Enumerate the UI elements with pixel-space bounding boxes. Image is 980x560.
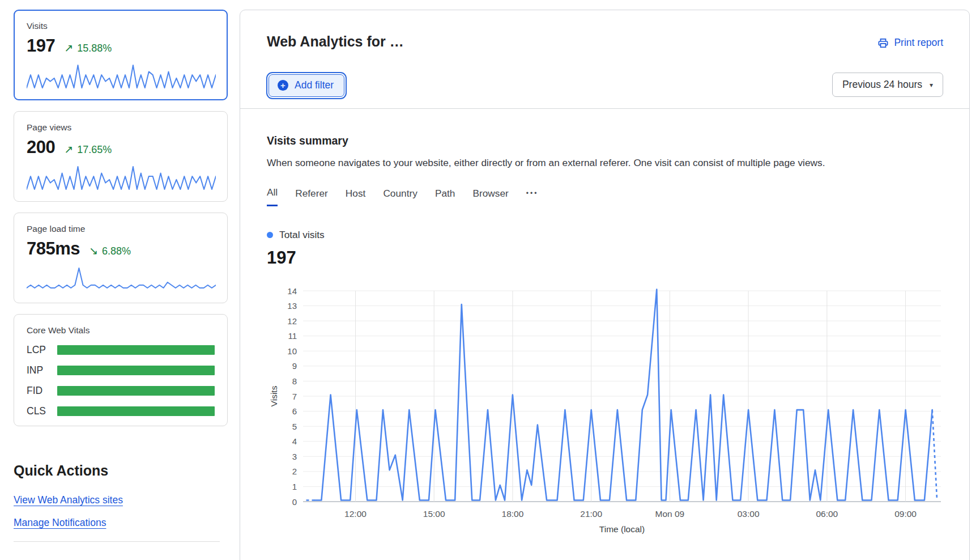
svg-text:21:00: 21:00 (580, 509, 602, 519)
print-report-label: Print report (894, 37, 943, 49)
metrics-sidebar: Visits 197 ↗ 15.88% Page views 200 ↗ 17.… (14, 10, 228, 542)
metric-title: Page views (27, 122, 215, 133)
manage-notifications-link[interactable]: Manage Notifications (14, 517, 106, 529)
add-filter-label: Add filter (295, 79, 334, 91)
svg-text:2: 2 (292, 466, 297, 476)
svg-text:11: 11 (288, 331, 297, 341)
time-range-dropdown[interactable]: Previous 24 hours ▾ (832, 73, 943, 97)
svg-text:Time (local): Time (local) (599, 524, 645, 534)
cwv-good-bar (57, 366, 215, 375)
cwv-good-bar (57, 345, 215, 355)
cwv-row-lcp: LCP (27, 344, 215, 356)
cwv-metric-label: CLS (27, 405, 57, 417)
tab-host[interactable]: Host (346, 188, 366, 206)
trend-percent: 15.88% (77, 43, 112, 54)
cwv-row-fid: FID (27, 385, 215, 397)
tab-referer[interactable]: Referer (295, 188, 328, 206)
tab-all[interactable]: All (267, 186, 278, 206)
page-load-time-metric-card[interactable]: Page load time 785ms ↘ 6.88% (14, 213, 228, 303)
metric-value: 785ms (27, 239, 80, 259)
more-tabs-ellipsis-icon[interactable]: ••• (526, 189, 539, 203)
visits-chart-container: 0123456789101112131412:0015:0018:0021:00… (267, 283, 943, 539)
tab-path[interactable]: Path (435, 188, 455, 206)
chevron-down-icon: ▾ (930, 81, 933, 89)
legend-label: Total visits (279, 229, 325, 241)
svg-text:3: 3 (292, 452, 297, 461)
trend-down-arrow-icon: ↘ (89, 244, 98, 257)
svg-text:7: 7 (292, 392, 297, 401)
trend-percent: 17.65% (77, 144, 112, 156)
add-filter-button[interactable]: + Add filter (269, 74, 344, 97)
view-web-analytics-sites-link[interactable]: View Web Analytics sites (14, 494, 123, 506)
svg-text:6: 6 (292, 406, 297, 416)
trend-up-arrow-icon: ↗ (64, 143, 73, 156)
svg-text:18:00: 18:00 (502, 509, 524, 519)
core-web-vitals-title: Core Web Vitals (27, 325, 215, 336)
svg-text:Mon 09: Mon 09 (655, 509, 685, 519)
cwv-row-inp: INP (27, 364, 215, 376)
time-range-label: Previous 24 hours (842, 79, 922, 91)
svg-text:4: 4 (292, 436, 297, 446)
visits-sparkline (27, 63, 216, 89)
svg-text:03:00: 03:00 (738, 509, 760, 519)
main-panel: Web Analytics for … Print report + Add f… (240, 10, 970, 560)
visits-line-chart[interactable]: 0123456789101112131412:0015:0018:0021:00… (267, 283, 947, 539)
svg-text:12: 12 (287, 316, 297, 326)
trend-up-arrow-icon: ↗ (64, 41, 73, 54)
svg-text:13: 13 (287, 301, 297, 311)
svg-text:12:00: 12:00 (344, 509, 367, 519)
cwv-good-bar (57, 406, 215, 416)
sidebar-divider (14, 541, 220, 542)
svg-text:9: 9 (292, 361, 297, 371)
printer-icon (877, 37, 889, 49)
dimension-tabs: All Referer Host Country Path Browser ••… (267, 186, 943, 206)
page-views-sparkline (27, 164, 216, 190)
plus-icon: + (278, 80, 288, 91)
quick-actions-heading: Quick Actions (14, 463, 228, 479)
core-web-vitals-card[interactable]: Core Web Vitals LCP INP FID CLS (14, 314, 228, 426)
page-load-time-sparkline (27, 266, 216, 292)
trend-indicator: ↗ 17.65% (64, 143, 112, 156)
svg-text:14: 14 (287, 286, 297, 296)
svg-text:1: 1 (292, 482, 297, 491)
svg-text:10: 10 (287, 346, 297, 356)
page-views-metric-card[interactable]: Page views 200 ↗ 17.65% (14, 111, 228, 202)
svg-text:8: 8 (292, 376, 297, 386)
trend-percent: 6.88% (102, 245, 131, 257)
metric-value-row: 200 ↗ 17.65% (27, 137, 215, 158)
section-title: Visits summary (267, 134, 943, 147)
metric-value: 197 (27, 36, 55, 56)
metric-title: Page load time (27, 224, 215, 234)
cwv-metric-label: LCP (27, 344, 57, 356)
visits-metric-card[interactable]: Visits 197 ↗ 15.88% (14, 10, 228, 100)
panel-header: Web Analytics for … Print report + Add f… (240, 10, 969, 108)
cwv-metric-label: INP (27, 364, 57, 376)
cwv-metric-label: FID (27, 385, 57, 397)
metric-value: 200 (27, 137, 55, 158)
metric-title: Visits (27, 21, 215, 31)
metric-value-row: 785ms ↘ 6.88% (27, 239, 215, 259)
metric-value-row: 197 ↗ 15.88% (27, 36, 215, 56)
legend-dot-icon (267, 232, 273, 238)
svg-text:Visits: Visits (269, 385, 279, 406)
section-description: When someone navigates to your website, … (267, 157, 943, 169)
chart-legend: Total visits (267, 229, 943, 241)
svg-text:15:00: 15:00 (423, 509, 445, 519)
trend-indicator: ↗ 15.88% (64, 41, 112, 54)
svg-text:0: 0 (292, 497, 297, 507)
svg-text:5: 5 (292, 422, 297, 431)
web-analytics-dashboard: Visits 197 ↗ 15.88% Page views 200 ↗ 17.… (0, 0, 980, 560)
cwv-good-bar (57, 386, 215, 396)
total-visits-value: 197 (267, 248, 943, 268)
svg-text:09:00: 09:00 (894, 509, 917, 519)
trend-indicator: ↘ 6.88% (89, 244, 131, 257)
page-title: Web Analytics for … (267, 33, 404, 50)
cwv-row-cls: CLS (27, 405, 215, 417)
tab-country[interactable]: Country (383, 188, 417, 206)
visits-summary-section: Visits summary When someone navigates to… (240, 109, 969, 539)
svg-text:06:00: 06:00 (816, 509, 838, 519)
print-report-button[interactable]: Print report (877, 37, 943, 49)
tab-browser[interactable]: Browser (472, 188, 508, 206)
